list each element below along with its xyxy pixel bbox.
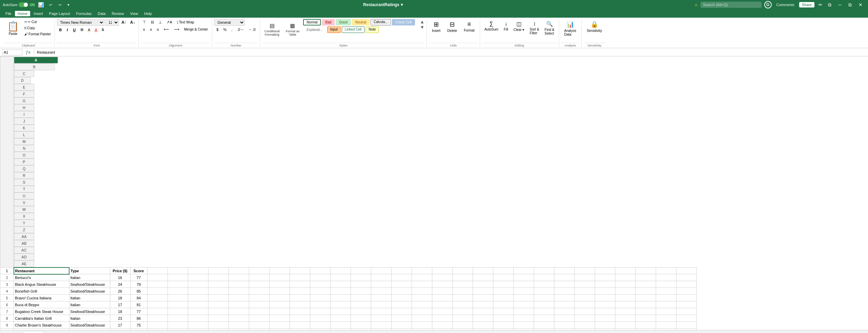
autosave-toggle[interactable]: AutoSave ON xyxy=(3,2,35,7)
cell-N5[interactable] xyxy=(330,295,351,301)
cell-Y7[interactable] xyxy=(554,308,574,315)
cell-Q9[interactable] xyxy=(391,322,412,329)
cell-D2[interactable]: 77 xyxy=(130,274,147,281)
cell-M1[interactable] xyxy=(310,267,330,274)
cell-I10[interactable] xyxy=(229,329,249,330)
cell-M7[interactable] xyxy=(310,308,330,315)
cell-K10[interactable] xyxy=(269,329,290,330)
cell-O4[interactable] xyxy=(351,288,371,295)
cell-AC1[interactable] xyxy=(635,267,656,274)
cell-I6[interactable] xyxy=(229,301,249,308)
cell-B6[interactable]: Italian xyxy=(69,301,110,308)
cell-L3[interactable] xyxy=(290,281,310,288)
cell-K6[interactable] xyxy=(269,301,290,308)
align-center-btn[interactable]: ≡ xyxy=(148,26,154,33)
col-header-S[interactable]: S xyxy=(14,179,34,186)
cell-M2[interactable] xyxy=(310,274,330,281)
cell-ref-input[interactable] xyxy=(2,49,22,55)
cell-G10[interactable] xyxy=(188,329,208,330)
cell-E2[interactable] xyxy=(147,274,167,281)
clear-btn[interactable]: ◫ Clear ▾ xyxy=(511,19,527,37)
cell-D6[interactable]: 81 xyxy=(130,301,147,308)
table-area[interactable]: A B C D E F G H I J K L M N O P Q xyxy=(0,56,868,330)
cell-F8[interactable] xyxy=(167,315,188,322)
cell-AE10[interactable] xyxy=(676,329,696,330)
cell-J2[interactable] xyxy=(249,274,269,281)
cell-E5[interactable] xyxy=(147,295,167,301)
cell-E8[interactable] xyxy=(147,315,167,322)
cell-O9[interactable] xyxy=(351,322,371,329)
style-normal[interactable]: Normal xyxy=(303,19,321,25)
cell-B8[interactable]: Italian xyxy=(69,315,110,322)
cell-A2[interactable]: Bertucci's xyxy=(14,274,70,281)
insert-btn[interactable]: ⊞ Insert xyxy=(429,19,443,34)
menu-insert[interactable]: Insert xyxy=(31,11,46,16)
cell-Q10[interactable] xyxy=(391,329,412,330)
col-header-X[interactable]: X xyxy=(14,213,34,220)
edit-icon[interactable]: ✏ xyxy=(817,1,824,8)
cell-F2[interactable] xyxy=(167,274,188,281)
col-header-P[interactable]: P xyxy=(14,159,34,165)
cell-G4[interactable] xyxy=(188,288,208,295)
cell-D1[interactable]: Score xyxy=(130,267,147,274)
row-num-1[interactable]: 1 xyxy=(0,267,14,274)
cell-G7[interactable] xyxy=(188,308,208,315)
cell-W1[interactable] xyxy=(513,267,534,274)
col-header-I[interactable]: I xyxy=(14,111,34,118)
cell-AC5[interactable] xyxy=(635,295,656,301)
col-header-R[interactable]: R xyxy=(14,172,34,179)
cell-U3[interactable] xyxy=(473,281,493,288)
cell-D9[interactable]: 75 xyxy=(130,322,147,329)
find-select-btn[interactable]: 🔍 Find &Select xyxy=(542,19,557,37)
cell-A9[interactable]: Charlie Brown's Steakhouse xyxy=(14,322,70,329)
cell-M4[interactable] xyxy=(310,288,330,295)
cell-G9[interactable] xyxy=(188,322,208,329)
cell-AE9[interactable] xyxy=(676,322,696,329)
cell-W6[interactable] xyxy=(513,301,534,308)
cell-AB2[interactable] xyxy=(615,274,635,281)
cell-F7[interactable] xyxy=(167,308,188,315)
cell-D8[interactable]: 86 xyxy=(130,315,147,322)
sensitivity-btn[interactable]: 🔒 Sensitivity xyxy=(584,19,605,34)
bold-btn[interactable]: B xyxy=(57,27,64,33)
cell-G6[interactable] xyxy=(188,301,208,308)
cell-S6[interactable] xyxy=(432,301,452,308)
cell-Y2[interactable] xyxy=(554,274,574,281)
comments-btn[interactable]: Comments xyxy=(774,2,796,7)
cell-P3[interactable] xyxy=(371,281,391,288)
cell-G2[interactable] xyxy=(188,274,208,281)
currency-btn[interactable]: $ xyxy=(214,26,220,33)
cell-E4[interactable] xyxy=(147,288,167,295)
percent-btn[interactable]: % xyxy=(221,26,229,33)
cell-T8[interactable] xyxy=(452,315,473,322)
cell-W7[interactable] xyxy=(513,308,534,315)
cell-A8[interactable]: Carrabba's Italian Grill xyxy=(14,315,70,322)
menu-file[interactable]: File xyxy=(3,11,14,16)
cell-O5[interactable] xyxy=(351,295,371,301)
cell-C5[interactable]: 18 xyxy=(110,295,130,301)
cell-AA8[interactable] xyxy=(595,315,615,322)
cell-H5[interactable] xyxy=(208,295,229,301)
cell-T4[interactable] xyxy=(452,288,473,295)
cell-N4[interactable] xyxy=(330,288,351,295)
cell-AE7[interactable] xyxy=(676,308,696,315)
cell-M6[interactable] xyxy=(310,301,330,308)
cell-AC3[interactable] xyxy=(635,281,656,288)
cell-W2[interactable] xyxy=(513,274,534,281)
cell-J3[interactable] xyxy=(249,281,269,288)
number-format-select[interactable]: General xyxy=(214,19,245,26)
cell-H1[interactable] xyxy=(208,267,229,274)
cell-AA7[interactable] xyxy=(595,308,615,315)
cell-Q6[interactable] xyxy=(391,301,412,308)
cell-L2[interactable] xyxy=(290,274,310,281)
cell-AD8[interactable] xyxy=(656,315,676,322)
cell-C10[interactable]: 28 xyxy=(110,329,130,330)
cell-AA4[interactable] xyxy=(595,288,615,295)
cell-Z5[interactable] xyxy=(574,295,595,301)
cell-T9[interactable] xyxy=(452,322,473,329)
decrease-font-btn[interactable]: A↓ xyxy=(129,19,137,25)
cell-K4[interactable] xyxy=(269,288,290,295)
cell-N6[interactable] xyxy=(330,301,351,308)
style-linked[interactable]: Linked Cell xyxy=(342,26,364,33)
cell-A7[interactable]: Bugaboo Creek Steak House xyxy=(14,308,70,315)
